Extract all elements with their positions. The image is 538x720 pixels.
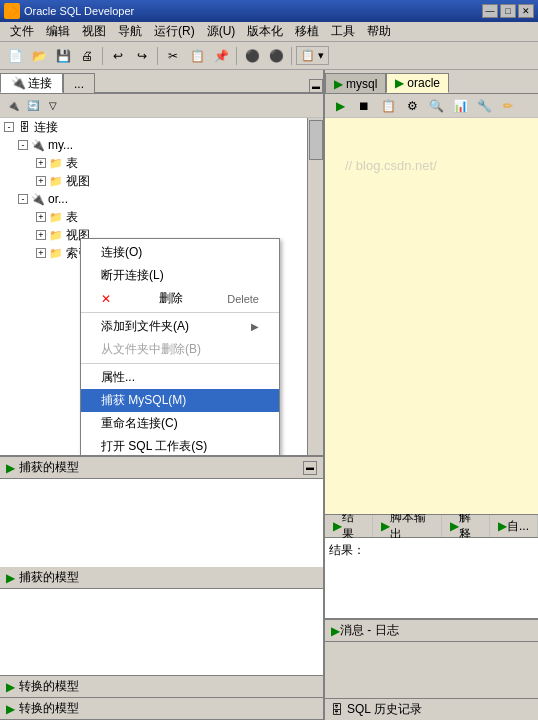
menu-nav[interactable]: 导航 bbox=[112, 22, 148, 41]
filter-button[interactable]: ▽ bbox=[44, 97, 62, 115]
toolbar-new[interactable]: 📄 bbox=[4, 45, 26, 67]
tree-expand-o3[interactable]: + bbox=[36, 248, 46, 258]
editor-btn1[interactable]: 📋 bbox=[377, 95, 399, 117]
panel-collapse-button[interactable]: ▬ bbox=[309, 79, 323, 93]
ctx-disconnect[interactable]: 断开连接(L) bbox=[81, 264, 279, 287]
toolbar-run1[interactable]: ⚫ bbox=[241, 45, 263, 67]
menu-version[interactable]: 版本化 bbox=[241, 22, 289, 41]
toolbar-copy[interactable]: 📋 bbox=[186, 45, 208, 67]
maximize-button[interactable]: □ bbox=[500, 4, 516, 18]
menu-source[interactable]: 源(U) bbox=[201, 22, 242, 41]
tab-oracle-icon: ▶ bbox=[395, 76, 404, 90]
menu-file[interactable]: 文件 bbox=[4, 22, 40, 41]
editor-btn2[interactable]: ⚙ bbox=[401, 95, 423, 117]
editor-stop-btn[interactable]: ⏹ bbox=[353, 95, 375, 117]
editor-btn6[interactable]: ✏ bbox=[497, 95, 519, 117]
menu-view[interactable]: 视图 bbox=[76, 22, 112, 41]
tab-connections[interactable]: 🔌 连接 bbox=[0, 73, 63, 93]
ctx-connect[interactable]: 连接(O) bbox=[81, 241, 279, 264]
result-icon-4: ▶ bbox=[498, 519, 507, 533]
tree-expand-m1[interactable]: + bbox=[36, 158, 46, 168]
menu-migrate[interactable]: 移植 bbox=[289, 22, 325, 41]
tree-root[interactable]: - 🗄 连接 bbox=[0, 118, 307, 136]
tree-mysql[interactable]: - 🔌 my... bbox=[0, 136, 307, 154]
tree-mysql-icon: 🔌 bbox=[30, 137, 46, 153]
ctx-remove-folder[interactable]: 从文件夹中删除(B) bbox=[81, 338, 279, 361]
connection-tab-icon: 🔌 bbox=[11, 76, 26, 90]
menu-edit[interactable]: 编辑 bbox=[40, 22, 76, 41]
editor-run-btn[interactable]: ▶ bbox=[329, 95, 351, 117]
ctx-rename[interactable]: 重命名连接(C) bbox=[81, 412, 279, 435]
menu-help[interactable]: 帮助 bbox=[361, 22, 397, 41]
tree-expand-oracle[interactable]: - bbox=[18, 194, 28, 204]
main-area: 🔌 连接 ... ▬ 🔌 🔄 ▽ - 🗄 连接 bbox=[0, 70, 538, 720]
tree-mysql-sub2[interactable]: + 📁 视图 bbox=[0, 172, 307, 190]
captured-panel-2: ▶ 捕获的模型 bbox=[0, 567, 323, 677]
result-tab-explain[interactable]: ▶ 解释 bbox=[442, 515, 490, 537]
window-controls[interactable]: — □ ✕ bbox=[482, 4, 534, 18]
tree-oracle-sub1[interactable]: + 📁 表 bbox=[0, 208, 307, 226]
panel-tabs: 🔌 连接 ... ▬ bbox=[0, 70, 323, 94]
separator-4 bbox=[291, 47, 292, 65]
toolbar-open[interactable]: 📂 bbox=[28, 45, 50, 67]
title-bar: 🔶 Oracle SQL Developer — □ ✕ bbox=[0, 0, 538, 22]
left-panel: 🔌 连接 ... ▬ 🔌 🔄 ▽ - 🗄 连接 bbox=[0, 70, 325, 720]
toolbar-run2[interactable]: ⚫ bbox=[265, 45, 287, 67]
menu-tools[interactable]: 工具 bbox=[325, 22, 361, 41]
toolbar-print[interactable]: 🖨 bbox=[76, 45, 98, 67]
result-tab-auto[interactable]: ▶ 自... bbox=[490, 515, 538, 537]
captured-header-2: ▶ 捕获的模型 bbox=[0, 567, 323, 589]
toolbar-save[interactable]: 💾 bbox=[52, 45, 74, 67]
tree-expand-mysql[interactable]: - bbox=[18, 140, 28, 150]
tree-mysql-sub1[interactable]: + 📁 表 bbox=[0, 154, 307, 172]
tab-mysql-icon: ▶ bbox=[334, 77, 343, 91]
minimize-button[interactable]: — bbox=[482, 4, 498, 18]
ctx-delete[interactable]: ✕ 删除 Delete bbox=[81, 287, 279, 310]
toolbar-undo[interactable]: ↩ bbox=[107, 45, 129, 67]
refresh-button[interactable]: 🔄 bbox=[24, 97, 42, 115]
tree-mysql-label: my... bbox=[48, 138, 73, 152]
editor-btn3[interactable]: 🔍 bbox=[425, 95, 447, 117]
editor-toolbar: ▶ ⏹ 📋 ⚙ 🔍 📊 🔧 ✏ bbox=[325, 94, 538, 118]
editor-tab-oracle[interactable]: ▶ oracle bbox=[386, 73, 449, 93]
close-button[interactable]: ✕ bbox=[518, 4, 534, 18]
new-connection-button[interactable]: 🔌 bbox=[4, 97, 22, 115]
log-panel: ▶ 消息 - 日志 bbox=[325, 618, 538, 698]
ctx-delete-shortcut: Delete bbox=[227, 293, 259, 305]
ctx-disconnect-label: 断开连接(L) bbox=[101, 267, 164, 284]
menu-run[interactable]: 运行(R) bbox=[148, 22, 201, 41]
tree-expand-root[interactable]: - bbox=[4, 122, 14, 132]
ctx-properties[interactable]: 属性... bbox=[81, 366, 279, 389]
editor-area[interactable]: // blog.csdn.net/ bbox=[325, 118, 538, 514]
captured-collapse-1[interactable]: ▬ bbox=[303, 461, 317, 475]
converted-icon-1: ▶ bbox=[6, 680, 15, 694]
separator-1 bbox=[102, 47, 103, 65]
tree-expand-o1[interactable]: + bbox=[36, 212, 46, 222]
tree-expand-m2[interactable]: + bbox=[36, 176, 46, 186]
tree-expand-o2[interactable]: + bbox=[36, 230, 46, 240]
toolbar-paste[interactable]: 📌 bbox=[210, 45, 232, 67]
captured-label-1: 捕获的模型 bbox=[19, 459, 79, 476]
tree-scrollbar[interactable] bbox=[307, 118, 323, 455]
separator-2 bbox=[157, 47, 158, 65]
ctx-connect-label: 连接(O) bbox=[101, 244, 142, 261]
result-icon-3: ▶ bbox=[450, 519, 459, 533]
ctx-open-sql[interactable]: 打开 SQL 工作表(S) bbox=[81, 435, 279, 455]
ctx-add-folder-label: 添加到文件夹(A) bbox=[101, 318, 189, 335]
toolbar-cut[interactable]: ✂ bbox=[162, 45, 184, 67]
history-icon: 🗄 bbox=[331, 703, 343, 717]
history-bar[interactable]: 🗄 SQL 历史记录 bbox=[325, 698, 538, 720]
converted-header-2: ▶ 转换的模型 bbox=[0, 698, 323, 720]
ctx-capture-mysql[interactable]: 捕获 MySQL(M) bbox=[81, 389, 279, 412]
editor-btn5[interactable]: 🔧 bbox=[473, 95, 495, 117]
editor-btn4[interactable]: 📊 bbox=[449, 95, 471, 117]
ctx-add-folder[interactable]: 添加到文件夹(A) ▶ bbox=[81, 315, 279, 338]
tree-m2-icon: 📁 bbox=[48, 173, 64, 189]
toolbar-redo[interactable]: ↪ bbox=[131, 45, 153, 67]
result-tab-results[interactable]: ▶ 结果 bbox=[325, 515, 373, 537]
toolbar-dropdown[interactable]: 📋 ▾ bbox=[296, 46, 329, 65]
tree-oracle[interactable]: - 🔌 or... bbox=[0, 190, 307, 208]
tab-other[interactable]: ... bbox=[63, 73, 95, 93]
result-tab-script[interactable]: ▶ 脚本输出 bbox=[373, 515, 443, 537]
editor-tab-mysql[interactable]: ▶ mysql bbox=[325, 73, 386, 93]
